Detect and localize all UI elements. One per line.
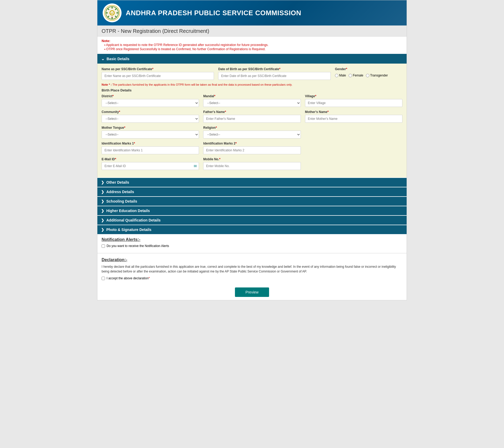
gender-group: Gender* Male Female Transg (335, 67, 402, 77)
dob-group: Date of Birth as per SSC/Birth Certifica… (218, 67, 330, 80)
email-input-wrapper: ✉ (102, 162, 199, 170)
declaration-checkbox[interactable] (102, 277, 105, 280)
address-details-section-header[interactable]: ❯ Address Details (97, 187, 407, 196)
chevron-right-icon-other: ❯ (101, 180, 104, 184)
gender-male-option[interactable]: Male (335, 74, 346, 77)
email-input[interactable] (102, 162, 199, 170)
chevron-right-icon-address: ❯ (101, 190, 104, 194)
mobile-label: Mobile No.* (203, 157, 301, 161)
religion-group: Religion* --Select-- (203, 126, 301, 138)
form-note-info: Note * : The particulars furnished by th… (102, 83, 402, 86)
notification-checkbox-label: Do you want to receive the Notification … (107, 244, 169, 248)
gender-male-radio[interactable] (335, 74, 338, 77)
address-details-label: Address Details (106, 190, 134, 194)
mothers-name-input[interactable] (305, 115, 402, 123)
note-section: Note: Applicant is requested to note the… (97, 37, 407, 54)
notification-checkbox-row: Do you want to receive the Notification … (102, 244, 402, 248)
declaration-title: Declaration:- (102, 258, 402, 262)
gender-label: Gender* (335, 67, 402, 71)
mandal-label: Mandal* (203, 94, 301, 98)
dob-label: Date of Birth as per SSC/Birth Certifica… (218, 67, 330, 71)
basic-details-header[interactable]: ⌄ Basic Details (97, 54, 407, 64)
mobile-group: Mobile No.* (203, 157, 301, 170)
form-row-id-marks: Identification Marks 1* Identification M… (102, 142, 402, 154)
basic-details-form: Name as per SSC/Birth Certificate* Date … (97, 64, 407, 177)
svg-text:🏛: 🏛 (112, 16, 113, 18)
form-row-name-dob-gender: Name as per SSC/Birth Certificate* Date … (102, 67, 402, 80)
page-title: OTPR - New Registration (Direct Recruitm… (97, 25, 407, 37)
mobile-input[interactable] (203, 162, 301, 170)
svg-point-7 (116, 12, 118, 13)
gender-radio-group: Male Female Transgender (335, 72, 402, 77)
gender-female-radio[interactable] (349, 74, 352, 77)
preview-bar: Preview (97, 284, 407, 300)
fathers-name-input[interactable] (203, 115, 301, 123)
community-group: Community* --Select-- (102, 110, 199, 123)
id-marks2-input[interactable] (203, 146, 301, 154)
header-title: ANDHRA PRADESH PUBLIC SERVICE COMMISSION (126, 9, 301, 17)
notification-checkbox[interactable] (102, 244, 105, 248)
email-icon: ✉ (194, 164, 197, 168)
note-list: Applicant is requested to note the OTPR … (102, 43, 402, 51)
additional-qualification-section-header[interactable]: ❯ Additional Qualification Details (97, 216, 407, 225)
name-label: Name as per SSC/Birth Certificate* (102, 67, 214, 71)
gender-transgender-option[interactable]: Transgender (366, 74, 388, 77)
village-group: Village* (305, 94, 402, 107)
additional-qualification-label: Additional Qualification Details (106, 218, 161, 222)
notification-title: Notification Alerts:- (102, 237, 402, 242)
svg-point-11 (106, 12, 108, 13)
higher-education-section-header[interactable]: ❯ Higher Education Details (97, 206, 407, 215)
religion-select[interactable]: --Select-- (203, 131, 301, 138)
chevron-right-icon-schooling: ❯ (101, 199, 104, 203)
svg-point-5 (112, 7, 113, 9)
name-input[interactable] (102, 72, 214, 80)
collapsed-sections-container: ❯ Other Details ❯ Address Details ❯ Scho… (97, 178, 407, 234)
fathers-name-label: Father's Name* (203, 110, 301, 114)
religion-label: Religion* (203, 126, 301, 130)
preview-button[interactable]: Preview (235, 287, 269, 297)
mothers-name-label: Mother's Name* (305, 110, 402, 114)
higher-education-label: Higher Education Details (106, 209, 150, 213)
photo-signature-label: Photo & Signature Details (106, 228, 151, 232)
district-group: District* --Select-- (102, 94, 199, 107)
email-label: E-Mail ID* (102, 157, 199, 161)
mandal-select[interactable]: --Select-- (203, 99, 301, 107)
other-details-label: Other Details (106, 180, 129, 184)
id-marks2-group: Identification Marks 2* (203, 142, 301, 154)
note-item-2: OTPR once Registered Successfully is tre… (104, 47, 402, 51)
photo-signature-section-header[interactable]: ❯ Photo & Signature Details (97, 225, 407, 234)
village-label: Village* (305, 94, 402, 98)
district-label: District* (102, 94, 199, 98)
note-item-1: Applicant is requested to note the OTPR … (104, 43, 402, 47)
declaration-checkbox-row: I accept the above declaration* (102, 276, 402, 280)
declaration-text: I hereby declare that all the particular… (102, 264, 402, 274)
schooling-details-section-header[interactable]: ❯ Schooling Details (97, 197, 407, 206)
mother-tongue-select[interactable]: --Select-- (102, 131, 199, 138)
mothers-name-group: Mother's Name* (305, 110, 402, 123)
chevron-right-icon-photo: ❯ (101, 228, 104, 232)
declaration-section: Declaration:- I hereby declare that all … (97, 254, 407, 284)
id-marks2-label: Identification Marks 2* (203, 142, 301, 145)
form-row-district-mandal-village: District* --Select-- Mandal* --Select-- (102, 94, 402, 107)
id-marks1-group: Identification Marks 1* (102, 142, 199, 154)
chevron-right-icon-additional: ❯ (101, 218, 104, 222)
other-details-section-header[interactable]: ❯ Other Details (97, 178, 407, 187)
basic-details-section: ⌄ Basic Details Name as per SSC/Birth Ce… (97, 54, 407, 177)
email-group: E-Mail ID* ✉ (102, 157, 199, 170)
mandal-group: Mandal* --Select-- (203, 94, 301, 107)
id-marks1-input[interactable] (102, 146, 199, 154)
form-row-community-father-mother: Community* --Select-- Father's Name* Mot… (102, 110, 402, 123)
declaration-checkbox-label: I accept the above declaration* (107, 276, 150, 280)
community-label: Community* (102, 110, 199, 114)
basic-details-title: Basic Details (107, 57, 129, 61)
district-select[interactable]: --Select-- (102, 99, 199, 107)
mother-tongue-label: Mother Tongue* (102, 126, 199, 130)
village-input[interactable] (305, 99, 402, 107)
gender-female-option[interactable]: Female (349, 74, 363, 77)
form-row-email-mobile: E-Mail ID* ✉ Mobile No.* (102, 157, 402, 170)
chevron-right-icon-higher: ❯ (101, 209, 104, 213)
community-select[interactable]: --Select-- (102, 115, 199, 123)
app-header: AP 🏛 ANDHRA PRADESH PUBLIC SERVICE COMMI… (97, 0, 407, 25)
dob-input[interactable] (218, 72, 330, 80)
gender-transgender-radio[interactable] (366, 74, 369, 77)
